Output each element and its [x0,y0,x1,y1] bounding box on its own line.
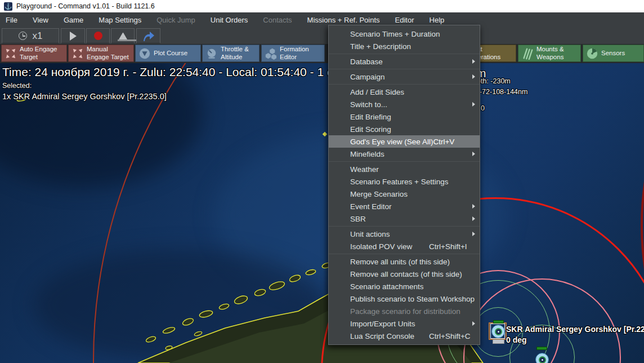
flat-map-icon [119,33,127,39]
time-compression-button[interactable]: x1 [2,28,59,43]
menu-item-label: Scenario Times + Duration [350,30,475,38]
play-icon [70,32,77,41]
formation-editor-button[interactable]: Formation Editor [261,45,325,62]
menu-item-import-export-units[interactable]: Import/Export Units [329,317,480,330]
unit2-symbol-dot [542,359,543,361]
menu-item-label: SBR [350,215,470,223]
menu-separator [329,69,480,69]
menu-item-label: Scenario Features + Settings [350,178,475,186]
menu-item-package-scenario: Package scenario for distribution [329,305,480,317]
unit1-label: SKR Admiral Sergey Gorshkov [Pr.2235.0] [506,325,644,334]
window-title: Playground - Command v1.01 - Build 1121.… [16,2,155,10]
sensors-button[interactable]: Sensors [583,45,644,62]
claw-marks-icon [521,47,534,60]
menubar-editor[interactable]: Editor [395,16,414,24]
hexagons-icon [264,47,278,60]
menu-item-label: Unit actions [350,230,470,238]
ribbon-label: Plot Course [154,50,199,57]
menubar-unit-orders[interactable]: Unit Orders [211,16,248,24]
menu-separator [329,161,480,162]
submenu-arrow-icon [472,204,475,209]
menu-item-add-edit-sides[interactable]: Add / Edit Sides [329,86,480,98]
mounts-weapons-button[interactable]: Mounts & Weapons [518,45,581,62]
menu-item-remove-all-units[interactable]: Remove all units (of this side) [329,255,480,268]
menubar-file[interactable]: File [6,16,17,24]
map[interactable]: SKR Admiral Sergey Gorshkov [Pr.2235.0] … [0,63,644,363]
auto-engage-target-button[interactable]: Auto Engage Target [1,45,67,62]
jump-arrow-icon [142,30,155,42]
menu-item-scenario-features[interactable]: Scenario Features + Settings [329,175,480,188]
converging-arrows-icon [71,47,84,60]
menu-item-minefields[interactable]: Minefields [329,148,480,160]
menubar-help[interactable]: Help [430,16,445,24]
menu-item-lua-script-console[interactable]: Lua Script ConsoleCtrl+Shift+C [329,330,480,342]
title-bar: ⚓ Playground - Command v1.01 - Build 112… [0,0,644,12]
editor-menu-popup: Scenario Times + Duration Title + Descri… [328,25,480,345]
menu-item-edit-scoring[interactable]: Edit Scoring [329,123,480,135]
menu-separator [329,84,480,85]
menu-item-event-editor[interactable]: Event Editor [329,200,480,213]
menu-item-database[interactable]: Database [329,55,480,68]
throttle-altitude-button[interactable]: Throttle & Altitude [202,45,260,62]
menubar-game[interactable]: Game [64,16,83,24]
menu-item-merge-scenarios[interactable]: Merge Scenarios [329,188,480,200]
menubar-view[interactable]: View [33,16,48,24]
converging-arrows-icon [5,47,17,60]
selected-unit-line: 1x SKR Admiral Sergey Gorshkov [Pr.2235.… [2,92,167,101]
menu-item-label: Edit Scoring [350,125,475,134]
ribbon-label: Auto Engage Target [20,46,65,61]
menu-item-switch-to[interactable]: Switch to... [329,98,480,110]
menubar-map-settings[interactable]: Map Settings [99,16,141,24]
unit1-status-bar [493,339,504,344]
time-readout: Time: 24 ноября 2019 г. - Zulu: 22:54:40… [2,65,334,79]
menu-item-scenario-attachments[interactable]: Scenario attachments [329,280,480,293]
plot-course-button[interactable]: Plot Course [135,45,201,62]
menu-item-label: Campaign [350,73,470,81]
menu-item-isolated-pov[interactable]: Isolated POV viewCtrl+Shift+I [329,240,480,253]
menu-item-sbr[interactable]: SBR [329,213,480,225]
submenu-arrow-icon [472,152,475,156]
menu-item-label: God's Eye view (See All) [350,138,433,146]
gauge-icon [205,47,218,60]
menu-item-publish-steam[interactable]: Publish scenario to Steam Workshop [329,293,480,305]
menu-item-label: Add / Edit Sides [350,88,475,96]
jump-to-button[interactable] [136,28,160,43]
submenu-arrow-icon [472,59,475,64]
manual-engage-target-button[interactable]: Manual Engage Target [68,45,134,62]
submenu-arrow-icon [472,232,475,236]
menu-bar: File View Game Map Settings Quick Jump U… [0,12,644,27]
menu-item-shortcut: Ctrl+Shift+C [429,332,475,340]
selected-heading: Selected: [2,82,32,90]
record-button[interactable] [86,28,110,43]
ribbon-label: Formation Editor [280,46,324,61]
menu-item-remove-all-contacts[interactable]: Remove all contacts (of this side) [329,268,480,280]
run-button[interactable] [61,28,85,43]
menu-separator [329,226,480,227]
menu-item-scenario-times[interactable]: Scenario Times + Duration [329,28,480,40]
submenu-arrow-icon [472,321,475,326]
menu-item-label: Remove all units (of this side) [350,258,475,266]
menu-item-unit-actions[interactable]: Unit actions [329,228,480,240]
flat-map-view-button[interactable] [111,28,135,43]
menu-item-campaign[interactable]: Campaign [329,70,480,83]
menu-separator [329,254,480,254]
ribbon-label: Mounts & Weapons [536,46,580,61]
unit2-health-bar [536,347,547,350]
menu-item-label: Edit Briefing [350,113,475,121]
plot-course-icon [138,47,151,60]
menu-item-gods-eye-view[interactable]: God's Eye view (See All)Ctrl+V [329,135,480,148]
menu-item-weather[interactable]: Weather [329,163,480,175]
scale-readout-fragment: 6-72-108-144nm [476,88,527,96]
unit-orders-ribbon: Auto Engage Target Manual Engage Target … [0,44,644,63]
menu-item-label: Publish scenario to Steam Workshop [350,295,475,303]
depth-readout-fragment: pth: -230m [477,77,511,85]
clock-icon [19,32,27,40]
menu-item-label: Isolated POV view [350,242,429,251]
menu-item-label: Title + Description [350,42,475,51]
menu-item-title-description[interactable]: Title + Description [329,40,480,52]
menu-item-edit-briefing[interactable]: Edit Briefing [329,110,480,123]
app-window: ⚓ Playground - Command v1.01 - Build 112… [0,0,644,363]
menu-item-label: Event Editor [350,202,470,211]
menu-item-label: Scenario attachments [350,282,475,291]
menubar-missions-ref-points[interactable]: Missions + Ref. Points [307,16,380,24]
